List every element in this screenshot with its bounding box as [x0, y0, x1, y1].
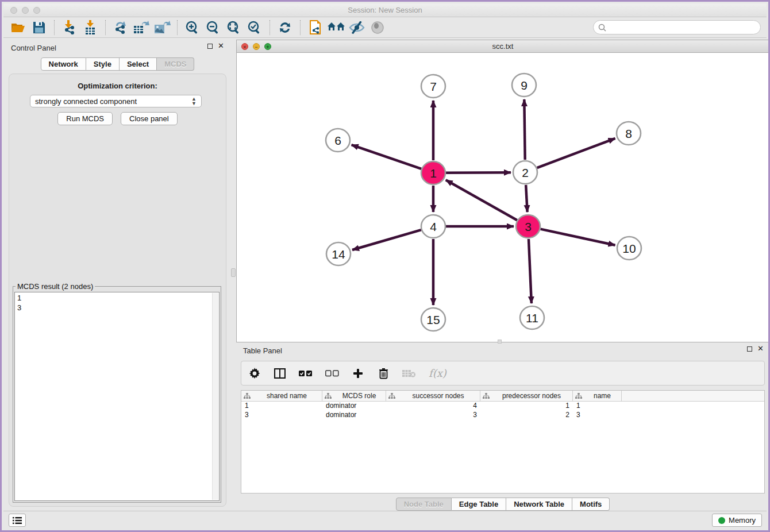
delete-column-button[interactable] [377, 367, 390, 380]
hide-graphics-details-button[interactable] [346, 19, 367, 36]
unselect-all-checkboxes-icon [325, 370, 339, 377]
graph-edge-4-14[interactable] [352, 230, 421, 250]
run-mcds-button[interactable]: Run MCDS [57, 112, 113, 125]
table-cell[interactable]: 4 [386, 402, 480, 411]
column-header-name[interactable]: name [573, 391, 622, 401]
zoom-fit-button[interactable] [224, 19, 244, 36]
delete-table-button[interactable] [402, 367, 416, 380]
node-table[interactable]: shared nameMCDS rolesuccessor nodesprede… [241, 390, 765, 494]
copy-network-view-button[interactable] [305, 19, 326, 36]
search-field[interactable] [593, 20, 761, 34]
table-close-panel-icon[interactable]: ✕ [757, 345, 764, 353]
home-button[interactable] [326, 19, 346, 36]
import-network-button[interactable] [59, 19, 80, 36]
graph-node-label: 7 [430, 80, 437, 93]
graph-edge-3-1[interactable] [446, 180, 517, 220]
memory-label: Memory [729, 516, 756, 525]
import-table-button[interactable] [80, 19, 101, 36]
column-header-predecessor-nodes[interactable]: predecessor nodes [480, 391, 573, 401]
vertical-splitter-handle[interactable] [498, 340, 502, 344]
tab-mcds[interactable]: MCDS [157, 57, 194, 71]
task-history-button[interactable] [9, 514, 26, 527]
graph-node-11[interactable]: 11 [520, 306, 544, 329]
mcds-result-list[interactable]: 1 3 [14, 292, 220, 501]
unselect-all-button[interactable] [325, 367, 339, 380]
graph-edge-2-9[interactable] [524, 99, 525, 160]
tab-style[interactable]: Style [86, 57, 120, 71]
memory-button[interactable]: Memory [712, 514, 762, 527]
table-cell[interactable]: 2 [480, 411, 573, 420]
show-graphics-details-button[interactable] [367, 19, 388, 36]
tab-network[interactable]: Network [41, 57, 86, 71]
table-cell[interactable]: dominator [322, 402, 386, 411]
function-builder-button[interactable]: f(x) [429, 367, 446, 380]
table-cell[interactable]: 3 [386, 411, 480, 420]
graph-node-2[interactable]: 2 [513, 161, 537, 184]
application-window: Session: New Session [0, 0, 770, 532]
graph-edge-1-2[interactable] [446, 172, 511, 173]
houses-icon [327, 21, 345, 34]
zoom-selected-icon [247, 20, 262, 35]
save-session-button[interactable] [29, 19, 49, 36]
graph-node-10[interactable]: 10 [617, 237, 641, 260]
search-input[interactable] [609, 23, 760, 32]
zoom-selected-button[interactable] [244, 19, 265, 36]
table-row[interactable]: 1dominator411 [241, 402, 764, 411]
tab-edge-table[interactable]: Edge Table [452, 498, 506, 511]
column-header-shared-name[interactable]: shared name [241, 391, 322, 401]
panel-splitter-handle[interactable] [231, 268, 236, 277]
network-graph[interactable]: 1234678910111415 [237, 53, 770, 343]
table-cell[interactable]: 1 [241, 402, 322, 411]
graph-node-15[interactable]: 15 [421, 308, 445, 331]
export-network-button[interactable] [110, 19, 131, 36]
float-panel-icon[interactable] [207, 44, 213, 49]
table-cell[interactable]: 3 [573, 411, 622, 420]
refresh-button[interactable] [275, 19, 295, 36]
table-settings-button[interactable] [248, 367, 261, 380]
tab-node-table[interactable]: Node Table [396, 498, 452, 511]
graph-node-14[interactable]: 14 [326, 242, 351, 265]
close-panel-button[interactable]: Close panel [121, 112, 178, 125]
table-tabs: Node TableEdge TableNetwork TableMotifs [236, 498, 769, 511]
tab-select[interactable]: Select [120, 57, 157, 71]
table-cell[interactable]: 1 [573, 402, 622, 411]
table-float-panel-icon[interactable] [747, 346, 752, 352]
column-header-MCDS-role[interactable]: MCDS role [322, 391, 386, 401]
graph-edge-2-3[interactable] [526, 185, 528, 212]
export-table-button[interactable] [131, 19, 152, 36]
graph-node-3[interactable]: 3 [516, 215, 540, 238]
export-image-button[interactable] [152, 19, 172, 36]
zoom-out-button[interactable] [203, 19, 224, 36]
graph-edge-1-6[interactable] [352, 145, 422, 169]
result-scrollbar[interactable] [212, 293, 218, 500]
titlebar: Session: New Session [3, 3, 767, 17]
graph-node-6[interactable]: 6 [326, 129, 350, 152]
graph-edge-3-11[interactable] [529, 239, 532, 303]
table-cell[interactable]: 1 [480, 402, 573, 411]
show-column-panel-button[interactable] [274, 367, 286, 380]
select-stepper-icon: ▲▼ [191, 97, 197, 106]
graph-node-8[interactable]: 8 [617, 122, 641, 145]
add-column-button[interactable] [352, 367, 364, 380]
graph-node-7[interactable]: 7 [421, 75, 445, 98]
zoom-in-button[interactable] [182, 19, 203, 36]
table-cell[interactable]: dominator [322, 411, 386, 420]
open-file-button[interactable] [8, 19, 29, 36]
table-cell[interactable]: 3 [241, 411, 322, 420]
table-row[interactable]: 3dominator323 [241, 411, 764, 420]
graph-edge-3-10[interactable] [541, 229, 615, 245]
column-header-successor-nodes[interactable]: successor nodes [386, 391, 480, 401]
tab-motifs[interactable]: Motifs [572, 498, 610, 511]
graph-node-9[interactable]: 9 [512, 74, 536, 97]
graph-node-4[interactable]: 4 [421, 215, 445, 238]
graph-node-1[interactable]: 1 [421, 161, 445, 184]
refresh-icon [278, 21, 292, 34]
select-all-button[interactable] [299, 367, 313, 380]
graph-edge-2-8[interactable] [537, 138, 615, 168]
tab-network-table[interactable]: Network Table [506, 498, 572, 511]
network-window-titlebar[interactable]: × − + scc.txt [237, 40, 769, 53]
control-panel-header: Control Panel ✕ [4, 41, 231, 53]
close-panel-icon[interactable]: ✕ [218, 42, 224, 50]
optimization-criterion-select[interactable]: strongly connected component ▲▼ [30, 95, 202, 107]
network-canvas[interactable]: 1234678910111415 [237, 53, 769, 342]
